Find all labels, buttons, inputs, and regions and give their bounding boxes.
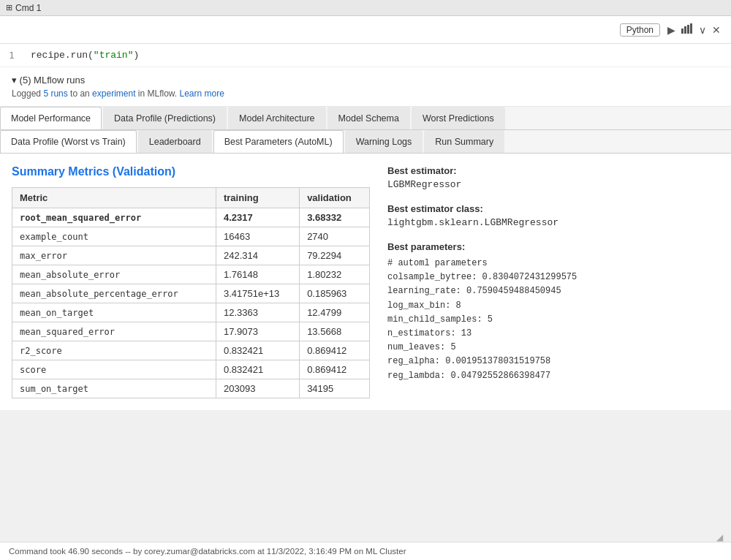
table-cell: score bbox=[12, 360, 216, 379]
table-cell: sum_on_target bbox=[12, 379, 216, 398]
table-row: sum_on_target20309334195 bbox=[12, 379, 370, 398]
tabs-row-1: Model PerformanceData Profile (Predictio… bbox=[0, 107, 731, 130]
table-cell: r2_score bbox=[12, 341, 216, 360]
tab-data-profile-predictions[interactable]: Data Profile (Predictions) bbox=[103, 107, 227, 129]
collapse-button[interactable]: ∨ bbox=[696, 24, 709, 36]
table-cell: 4.2317 bbox=[216, 208, 299, 227]
mlflow-experiment-link[interactable]: experiment bbox=[92, 88, 135, 99]
best-parameters-text: # automl parameters colsample_bytree: 0.… bbox=[387, 257, 719, 383]
table-cell: 13.5668 bbox=[300, 322, 370, 341]
mlflow-learn-more-link[interactable]: Learn more bbox=[180, 88, 224, 99]
tab-run-summary[interactable]: Run Summary bbox=[424, 130, 504, 153]
table-cell: 0.869412 bbox=[300, 360, 370, 379]
table-cell: 12.3363 bbox=[216, 303, 299, 322]
table-cell: 1.76148 bbox=[216, 265, 299, 284]
best-estimator-class-value: lightgbm.sklearn.LGBMRegressor bbox=[387, 217, 719, 228]
table-cell: example_count bbox=[12, 227, 216, 246]
table-header: Metrictrainingvalidation bbox=[12, 188, 370, 208]
summary-title: Summary Metrics (Validation) bbox=[12, 165, 370, 178]
toolbar: Python ▶ ∨ ✕ bbox=[0, 16, 731, 44]
svg-rect-0 bbox=[681, 29, 683, 34]
table-row: root_mean_squared_error4.23173.68332 bbox=[12, 208, 370, 227]
python-badge: Python bbox=[620, 23, 660, 37]
code-prefix: recipe.run( bbox=[31, 50, 94, 61]
best-estimator-value: LGBMRegressor bbox=[387, 179, 719, 190]
table-cell: mean_absolute_percentage_error bbox=[12, 284, 216, 303]
col-header-validation: validation bbox=[300, 188, 370, 208]
best-estimator-class-label: Best estimator class: bbox=[387, 203, 719, 214]
mlflow-runs-link[interactable]: 5 runs bbox=[43, 88, 67, 99]
tab-best-parameters[interactable]: Best Parameters (AutoML) bbox=[213, 130, 344, 153]
tab-model-performance[interactable]: Model Performance bbox=[0, 107, 102, 129]
table-cell: 203093 bbox=[216, 379, 299, 398]
table-row: max_error242.31479.2294 bbox=[12, 246, 370, 265]
title-label: Cmd 1 bbox=[15, 3, 41, 13]
table-cell: root_mean_squared_error bbox=[12, 208, 216, 227]
table-row: mean_squared_error17.907313.5668 bbox=[12, 322, 370, 341]
close-button[interactable]: ✕ bbox=[709, 24, 724, 36]
tabs-row-2: Data Profile (Worst vs Train)Leaderboard… bbox=[0, 130, 731, 154]
table-row: mean_absolute_error1.761481.80232 bbox=[12, 265, 370, 284]
tab-warning-logs[interactable]: Warning Logs bbox=[345, 130, 423, 153]
table-cell: mean_absolute_error bbox=[12, 265, 216, 284]
table-row: mean_absolute_percentage_error3.41751e+1… bbox=[12, 284, 370, 303]
right-panel: Best estimator: LGBMRegressor Best estim… bbox=[387, 165, 719, 398]
chart-button[interactable] bbox=[678, 23, 696, 36]
cmd-icon: ⊞ bbox=[6, 3, 12, 12]
svg-rect-3 bbox=[690, 23, 692, 34]
code-string: "train" bbox=[94, 50, 134, 61]
table-row: example_count164632740 bbox=[12, 227, 370, 246]
col-header-training: training bbox=[216, 188, 299, 208]
table-cell: 17.9073 bbox=[216, 322, 299, 341]
table-cell: 3.41751e+13 bbox=[216, 284, 299, 303]
tab-model-architecture[interactable]: Model Architecture bbox=[228, 107, 326, 129]
mlflow-log-prefix: Logged bbox=[12, 88, 43, 99]
table-cell: 3.68332 bbox=[300, 208, 370, 227]
run-button[interactable]: ▶ bbox=[664, 24, 678, 36]
code-cell: 1 recipe.run("train") bbox=[0, 44, 731, 67]
table-row: mean_on_target12.336312.4799 bbox=[12, 303, 370, 322]
best-estimator-section: Best estimator: LGBMRegressor bbox=[387, 165, 719, 190]
footer: Command took 46.90 seconds -- by corey.z… bbox=[0, 542, 731, 560]
footer-text: Command took 46.90 seconds -- by corey.z… bbox=[9, 547, 406, 556]
content-area: Summary Metrics (Validation) Metrictrain… bbox=[0, 154, 731, 410]
table-cell: mean_squared_error bbox=[12, 322, 216, 341]
table-cell: 0.832421 bbox=[216, 360, 299, 379]
table-cell: 0.185963 bbox=[300, 284, 370, 303]
mlflow-section: ▾ (5) MLflow runs Logged 5 runs to an ex… bbox=[0, 67, 731, 107]
table-row: score0.8324210.869412 bbox=[12, 360, 370, 379]
metrics-table: Metrictrainingvalidation root_mean_squar… bbox=[12, 187, 370, 398]
table-cell: 0.869412 bbox=[300, 341, 370, 360]
svg-rect-2 bbox=[687, 25, 689, 34]
header-row: Metrictrainingvalidation bbox=[12, 188, 370, 208]
table-cell: 0.832421 bbox=[216, 341, 299, 360]
table-cell: 34195 bbox=[300, 379, 370, 398]
table-row: r2_score0.8324210.869412 bbox=[12, 341, 370, 360]
best-parameters-section: Best parameters: # automl parameters col… bbox=[387, 241, 719, 383]
resize-handle[interactable]: ◢ bbox=[716, 532, 725, 541]
best-estimator-label: Best estimator: bbox=[387, 165, 719, 176]
table-cell: 79.2294 bbox=[300, 246, 370, 265]
code-suffix: ) bbox=[133, 50, 139, 61]
title-bar: ⊞ Cmd 1 bbox=[0, 0, 731, 16]
col-header-metric: Metric bbox=[12, 188, 216, 208]
mlflow-log: Logged 5 runs to an experiment in MLflow… bbox=[12, 88, 719, 99]
table-cell: 16463 bbox=[216, 227, 299, 246]
code-content: recipe.run("train") bbox=[31, 50, 139, 61]
best-estimator-class-section: Best estimator class: lightgbm.sklearn.L… bbox=[387, 203, 719, 228]
line-number: 1 bbox=[9, 50, 31, 61]
tab-model-schema[interactable]: Model Schema bbox=[327, 107, 410, 129]
mlflow-log-middle: to an bbox=[68, 88, 92, 99]
table-cell: max_error bbox=[12, 246, 216, 265]
table-cell: 242.314 bbox=[216, 246, 299, 265]
tab-leaderboard[interactable]: Leaderboard bbox=[138, 130, 212, 153]
best-parameters-label: Best parameters: bbox=[387, 241, 719, 252]
mlflow-log-suffix: in MLflow. bbox=[135, 88, 179, 99]
mlflow-title: ▾ (5) MLflow runs bbox=[12, 75, 719, 86]
table-body: root_mean_squared_error4.23173.68332exam… bbox=[12, 208, 370, 398]
table-cell: 12.4799 bbox=[300, 303, 370, 322]
table-cell: mean_on_target bbox=[12, 303, 216, 322]
tab-data-profile-worst[interactable]: Data Profile (Worst vs Train) bbox=[0, 130, 137, 153]
tab-worst-predictions[interactable]: Worst Predictions bbox=[412, 107, 505, 129]
left-panel: Summary Metrics (Validation) Metrictrain… bbox=[12, 165, 370, 398]
